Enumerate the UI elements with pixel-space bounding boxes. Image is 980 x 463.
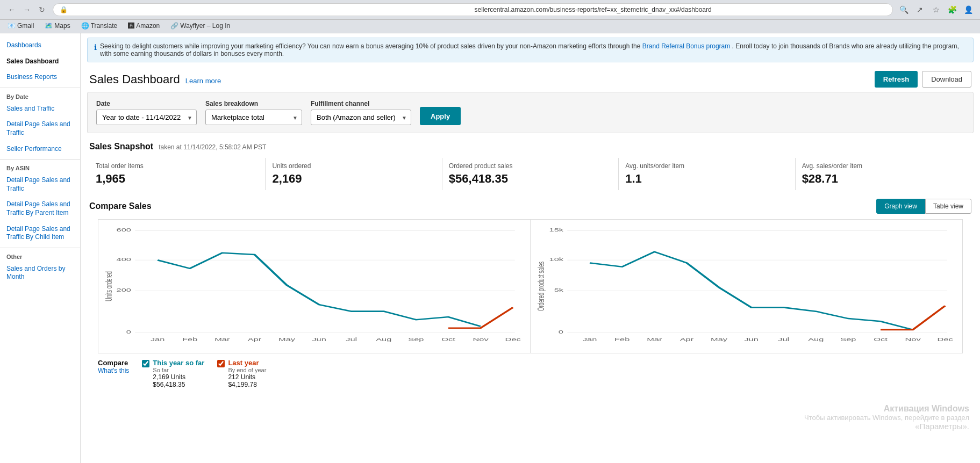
info-icon: ℹ: [94, 43, 97, 52]
svg-text:Oct: Oct: [441, 336, 455, 342]
svg-text:Jun: Jun: [312, 336, 326, 342]
svg-text:5k: 5k: [554, 287, 564, 293]
metric-value-0: 1,965: [96, 172, 259, 186]
extensions-icon[interactable]: 🧩: [946, 3, 958, 16]
legend-val2-1: $4,199.78: [228, 381, 266, 388]
forward-button[interactable]: →: [20, 3, 33, 16]
legend-checkbox-0[interactable]: [142, 360, 149, 367]
metric-units-ordered: Units ordered 2,169: [266, 158, 442, 190]
metric-avg-units-order: Avg. units/order item 1.1: [619, 158, 795, 190]
svg-text:Units ordered: Units ordered: [104, 271, 113, 301]
sidebar-section-other: Other: [0, 250, 80, 261]
bookmark-icon[interactable]: ☆: [929, 3, 942, 16]
date-select[interactable]: Year to date - 11/14/2022: [96, 110, 197, 125]
legend-title-0: This year so far: [153, 359, 204, 367]
page-header: Sales Dashboard Learn more Refresh Downl…: [81, 67, 980, 92]
bookmark-gmail[interactable]: 📧 Gmail: [5, 21, 36, 31]
sidebar-item-detail-page-child[interactable]: Detail Page Sales and Traffic By Child I…: [0, 221, 80, 245]
sales-breakdown-select-wrapper: Marketplace total: [205, 110, 302, 125]
legend-item-1: Last year By end of year 212 Units $4,19…: [217, 359, 266, 388]
svg-text:Dec: Dec: [938, 336, 954, 342]
banner: ℹ Seeking to delight customers while imp…: [87, 38, 974, 62]
svg-text:Jan: Jan: [151, 336, 164, 342]
svg-text:Feb: Feb: [614, 336, 630, 342]
compare-legend: Compare What's this This year so far So …: [89, 353, 971, 394]
sidebar-item-sales-dashboard: Sales Dashboard: [0, 54, 80, 70]
download-button[interactable]: Download: [922, 71, 971, 88]
sidebar-item-sales-traffic[interactable]: Sales and Traffic: [0, 101, 80, 117]
reload-button[interactable]: ↻: [35, 3, 48, 16]
table-view-button[interactable]: Table view: [925, 199, 971, 214]
refresh-button[interactable]: Refresh: [875, 71, 918, 88]
sales-breakdown-select[interactable]: Marketplace total: [205, 110, 302, 125]
svg-text:Apr: Apr: [680, 336, 694, 342]
bookmark-translate[interactable]: 🌐 Translate: [79, 21, 120, 31]
legend-val1-0: 2,169 Units: [153, 373, 204, 381]
main-content: ℹ Seeking to delight customers while imp…: [81, 33, 980, 463]
units-chart-svg: 600 400 200 0 Units ordered: [104, 225, 525, 348]
metric-value-1: 2,169: [272, 172, 435, 186]
svg-text:Nov: Nov: [473, 336, 489, 342]
svg-text:May: May: [711, 336, 727, 342]
svg-text:Aug: Aug: [376, 336, 391, 342]
svg-text:0: 0: [559, 329, 563, 335]
sidebar-item-detail-page-parent[interactable]: Detail Page Sales and Traffic By Parent …: [0, 197, 80, 221]
amazon-icon: 🅰: [128, 22, 134, 30]
sidebar-item-business-reports[interactable]: Business Reports: [0, 69, 80, 85]
legend-item-0: This year so far So far 2,169 Units $56,…: [142, 359, 204, 388]
sidebar-item-detail-page-asin[interactable]: Detail Page Sales and Traffic: [0, 172, 80, 197]
legend-checkbox-1[interactable]: [217, 360, 225, 367]
bookmark-translate-label: Translate: [91, 22, 118, 30]
fulfillment-select-wrapper: Both (Amazon and seller): [311, 110, 411, 125]
svg-text:400: 400: [117, 257, 131, 262]
metric-total-order-items: Total order items 1,965: [89, 158, 266, 190]
share-icon[interactable]: ↗: [913, 3, 926, 16]
date-label: Date: [96, 100, 197, 107]
fulfillment-select[interactable]: Both (Amazon and seller): [311, 110, 411, 125]
sales-chart-svg: 15k 10k 5k 0 Ordered product sales: [536, 225, 957, 348]
brand-referral-link[interactable]: Brand Referral Bonus program: [642, 42, 730, 50]
banner-text: Seeking to delight customers while impro…: [100, 42, 967, 57]
bookmark-maps-label: Maps: [54, 22, 70, 30]
sidebar-item-dashboards[interactable]: Dashboards: [0, 38, 80, 54]
svg-text:Oct: Oct: [874, 336, 888, 342]
maps-icon: 🗺️: [45, 22, 53, 30]
sidebar-item-seller-performance[interactable]: Seller Performance: [0, 141, 80, 157]
back-button[interactable]: ←: [5, 3, 18, 16]
compare-label: Compare: [98, 359, 129, 367]
search-icon[interactable]: 🔍: [897, 3, 910, 16]
sidebar-item-sales-orders-month[interactable]: Sales and Orders by Month: [0, 261, 80, 285]
browser-toolbar-icons: 🔍 ↗ ☆ 🧩 👤: [897, 3, 975, 16]
banner-text-before: Seeking to delight customers while impro…: [100, 42, 640, 50]
whats-this-link[interactable]: What's this: [98, 367, 129, 374]
graph-view-button[interactable]: Graph view: [876, 199, 925, 214]
svg-text:600: 600: [117, 227, 131, 233]
bookmark-maps[interactable]: 🗺️ Maps: [42, 21, 72, 31]
sales-breakdown-label: Sales breakdown: [205, 100, 302, 107]
svg-text:0: 0: [126, 329, 131, 335]
snapshot-metrics: Total order items 1,965 Units ordered 2,…: [89, 158, 971, 190]
metric-value-4: $28.71: [802, 172, 965, 186]
address-bar[interactable]: 🔒 sellercentral.amazon.com/business-repo…: [53, 3, 893, 16]
sidebar: Dashboards Sales Dashboard Business Repo…: [0, 33, 81, 463]
charts-container: 600 400 200 0 Units ordered: [89, 219, 971, 353]
bookmark-amazon[interactable]: 🅰 Amazon: [126, 21, 162, 31]
legend-val1-1: 212 Units: [228, 373, 266, 381]
svg-text:Mar: Mar: [214, 336, 230, 342]
metric-label-3: Avg. units/order item: [625, 162, 788, 170]
chart-ordered-product-sales: 15k 10k 5k 0 Ordered product sales: [531, 219, 963, 353]
svg-text:Jul: Jul: [778, 336, 789, 342]
svg-text:Dec: Dec: [505, 336, 521, 342]
snapshot-title: Sales Snapshot: [89, 142, 153, 151]
profile-icon[interactable]: 👤: [962, 3, 975, 16]
bookmark-wayflyer[interactable]: 🔗 Wayflyer – Log In: [168, 21, 232, 31]
compare-section: Compare Sales Graph view Table view 600 …: [81, 196, 980, 399]
learn-more-link[interactable]: Learn more: [185, 77, 221, 85]
metric-label-0: Total order items: [96, 162, 259, 170]
apply-button[interactable]: Apply: [420, 107, 461, 125]
svg-text:15k: 15k: [549, 227, 564, 233]
chart-units-ordered: 600 400 200 0 Units ordered: [98, 219, 531, 353]
header-buttons: Refresh Download: [875, 71, 971, 88]
filter-bar: Date Year to date - 11/14/2022 Sales bre…: [87, 92, 974, 133]
sidebar-item-detail-page-sales[interactable]: Detail Page Sales and Traffic: [0, 117, 80, 141]
